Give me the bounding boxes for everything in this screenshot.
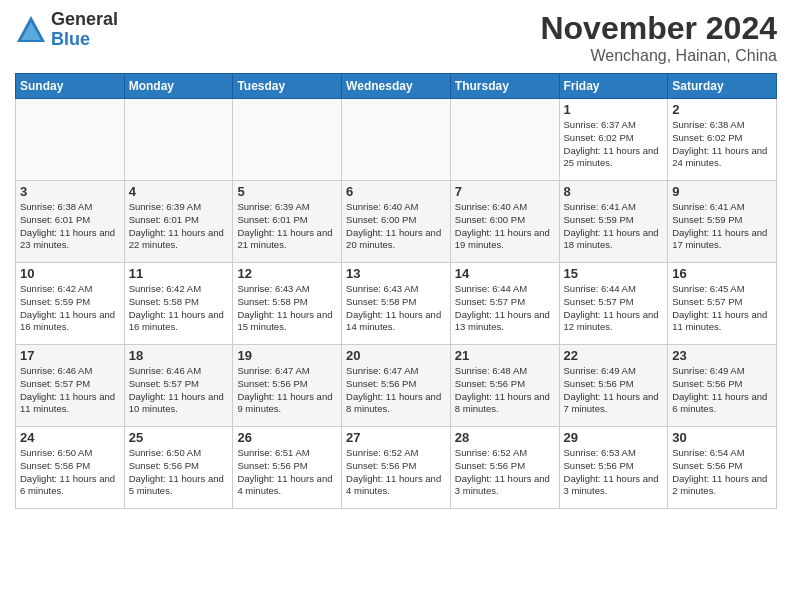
day-info: Sunrise: 6:40 AM Sunset: 6:00 PM Dayligh…	[455, 201, 555, 252]
calendar-cell: 16Sunrise: 6:45 AM Sunset: 5:57 PM Dayli…	[668, 263, 777, 345]
logo-icon	[15, 14, 47, 46]
day-info: Sunrise: 6:38 AM Sunset: 6:01 PM Dayligh…	[20, 201, 120, 252]
day-info: Sunrise: 6:46 AM Sunset: 5:57 PM Dayligh…	[129, 365, 229, 416]
day-info: Sunrise: 6:50 AM Sunset: 5:56 PM Dayligh…	[129, 447, 229, 498]
calendar-cell: 6Sunrise: 6:40 AM Sunset: 6:00 PM Daylig…	[342, 181, 451, 263]
calendar-cell	[233, 99, 342, 181]
day-info: Sunrise: 6:46 AM Sunset: 5:57 PM Dayligh…	[20, 365, 120, 416]
day-info: Sunrise: 6:41 AM Sunset: 5:59 PM Dayligh…	[564, 201, 664, 252]
week-row-1: 3Sunrise: 6:38 AM Sunset: 6:01 PM Daylig…	[16, 181, 777, 263]
header-day-sunday: Sunday	[16, 74, 125, 99]
day-number: 8	[564, 184, 664, 199]
calendar-header: SundayMondayTuesdayWednesdayThursdayFrid…	[16, 74, 777, 99]
day-number: 3	[20, 184, 120, 199]
day-info: Sunrise: 6:50 AM Sunset: 5:56 PM Dayligh…	[20, 447, 120, 498]
day-number: 11	[129, 266, 229, 281]
header-day-friday: Friday	[559, 74, 668, 99]
day-info: Sunrise: 6:52 AM Sunset: 5:56 PM Dayligh…	[455, 447, 555, 498]
day-number: 23	[672, 348, 772, 363]
page: General Blue November 2024 Wenchang, Hai…	[0, 0, 792, 519]
calendar-cell: 21Sunrise: 6:48 AM Sunset: 5:56 PM Dayli…	[450, 345, 559, 427]
day-info: Sunrise: 6:51 AM Sunset: 5:56 PM Dayligh…	[237, 447, 337, 498]
day-number: 25	[129, 430, 229, 445]
calendar-cell: 18Sunrise: 6:46 AM Sunset: 5:57 PM Dayli…	[124, 345, 233, 427]
header-day-tuesday: Tuesday	[233, 74, 342, 99]
calendar-cell: 23Sunrise: 6:49 AM Sunset: 5:56 PM Dayli…	[668, 345, 777, 427]
calendar-cell: 29Sunrise: 6:53 AM Sunset: 5:56 PM Dayli…	[559, 427, 668, 509]
day-number: 17	[20, 348, 120, 363]
calendar-cell: 22Sunrise: 6:49 AM Sunset: 5:56 PM Dayli…	[559, 345, 668, 427]
day-info: Sunrise: 6:47 AM Sunset: 5:56 PM Dayligh…	[237, 365, 337, 416]
calendar-cell	[342, 99, 451, 181]
day-number: 12	[237, 266, 337, 281]
month-title: November 2024	[540, 10, 777, 47]
calendar-cell: 27Sunrise: 6:52 AM Sunset: 5:56 PM Dayli…	[342, 427, 451, 509]
day-number: 26	[237, 430, 337, 445]
calendar-cell: 30Sunrise: 6:54 AM Sunset: 5:56 PM Dayli…	[668, 427, 777, 509]
day-info: Sunrise: 6:41 AM Sunset: 5:59 PM Dayligh…	[672, 201, 772, 252]
calendar-cell: 24Sunrise: 6:50 AM Sunset: 5:56 PM Dayli…	[16, 427, 125, 509]
day-number: 21	[455, 348, 555, 363]
calendar-cell	[16, 99, 125, 181]
day-number: 29	[564, 430, 664, 445]
header: General Blue November 2024 Wenchang, Hai…	[15, 10, 777, 65]
day-info: Sunrise: 6:45 AM Sunset: 5:57 PM Dayligh…	[672, 283, 772, 334]
calendar-cell: 11Sunrise: 6:42 AM Sunset: 5:58 PM Dayli…	[124, 263, 233, 345]
day-number: 19	[237, 348, 337, 363]
day-number: 24	[20, 430, 120, 445]
day-number: 13	[346, 266, 446, 281]
calendar-cell: 20Sunrise: 6:47 AM Sunset: 5:56 PM Dayli…	[342, 345, 451, 427]
calendar-cell: 28Sunrise: 6:52 AM Sunset: 5:56 PM Dayli…	[450, 427, 559, 509]
title-block: November 2024 Wenchang, Hainan, China	[540, 10, 777, 65]
day-info: Sunrise: 6:42 AM Sunset: 5:58 PM Dayligh…	[129, 283, 229, 334]
day-number: 6	[346, 184, 446, 199]
logo-general: General	[51, 10, 118, 30]
day-info: Sunrise: 6:49 AM Sunset: 5:56 PM Dayligh…	[564, 365, 664, 416]
header-row: SundayMondayTuesdayWednesdayThursdayFrid…	[16, 74, 777, 99]
day-number: 18	[129, 348, 229, 363]
day-info: Sunrise: 6:42 AM Sunset: 5:59 PM Dayligh…	[20, 283, 120, 334]
day-number: 7	[455, 184, 555, 199]
header-day-monday: Monday	[124, 74, 233, 99]
logo-text: General Blue	[51, 10, 118, 50]
day-info: Sunrise: 6:39 AM Sunset: 6:01 PM Dayligh…	[129, 201, 229, 252]
day-info: Sunrise: 6:44 AM Sunset: 5:57 PM Dayligh…	[564, 283, 664, 334]
day-number: 4	[129, 184, 229, 199]
calendar-cell: 15Sunrise: 6:44 AM Sunset: 5:57 PM Dayli…	[559, 263, 668, 345]
header-day-saturday: Saturday	[668, 74, 777, 99]
calendar-cell: 5Sunrise: 6:39 AM Sunset: 6:01 PM Daylig…	[233, 181, 342, 263]
day-info: Sunrise: 6:49 AM Sunset: 5:56 PM Dayligh…	[672, 365, 772, 416]
day-number: 22	[564, 348, 664, 363]
calendar-cell: 12Sunrise: 6:43 AM Sunset: 5:58 PM Dayli…	[233, 263, 342, 345]
calendar-cell: 13Sunrise: 6:43 AM Sunset: 5:58 PM Dayli…	[342, 263, 451, 345]
calendar-table: SundayMondayTuesdayWednesdayThursdayFrid…	[15, 73, 777, 509]
header-day-thursday: Thursday	[450, 74, 559, 99]
location: Wenchang, Hainan, China	[540, 47, 777, 65]
calendar-cell: 19Sunrise: 6:47 AM Sunset: 5:56 PM Dayli…	[233, 345, 342, 427]
day-info: Sunrise: 6:38 AM Sunset: 6:02 PM Dayligh…	[672, 119, 772, 170]
calendar-cell: 7Sunrise: 6:40 AM Sunset: 6:00 PM Daylig…	[450, 181, 559, 263]
week-row-2: 10Sunrise: 6:42 AM Sunset: 5:59 PM Dayli…	[16, 263, 777, 345]
calendar-cell: 1Sunrise: 6:37 AM Sunset: 6:02 PM Daylig…	[559, 99, 668, 181]
calendar-cell: 10Sunrise: 6:42 AM Sunset: 5:59 PM Dayli…	[16, 263, 125, 345]
logo-blue: Blue	[51, 30, 118, 50]
header-day-wednesday: Wednesday	[342, 74, 451, 99]
calendar-cell: 14Sunrise: 6:44 AM Sunset: 5:57 PM Dayli…	[450, 263, 559, 345]
calendar-cell: 9Sunrise: 6:41 AM Sunset: 5:59 PM Daylig…	[668, 181, 777, 263]
calendar-cell: 25Sunrise: 6:50 AM Sunset: 5:56 PM Dayli…	[124, 427, 233, 509]
day-number: 10	[20, 266, 120, 281]
day-info: Sunrise: 6:48 AM Sunset: 5:56 PM Dayligh…	[455, 365, 555, 416]
day-info: Sunrise: 6:44 AM Sunset: 5:57 PM Dayligh…	[455, 283, 555, 334]
day-number: 9	[672, 184, 772, 199]
day-info: Sunrise: 6:53 AM Sunset: 5:56 PM Dayligh…	[564, 447, 664, 498]
calendar-cell: 2Sunrise: 6:38 AM Sunset: 6:02 PM Daylig…	[668, 99, 777, 181]
day-info: Sunrise: 6:47 AM Sunset: 5:56 PM Dayligh…	[346, 365, 446, 416]
calendar-cell: 4Sunrise: 6:39 AM Sunset: 6:01 PM Daylig…	[124, 181, 233, 263]
day-info: Sunrise: 6:40 AM Sunset: 6:00 PM Dayligh…	[346, 201, 446, 252]
week-row-0: 1Sunrise: 6:37 AM Sunset: 6:02 PM Daylig…	[16, 99, 777, 181]
calendar-body: 1Sunrise: 6:37 AM Sunset: 6:02 PM Daylig…	[16, 99, 777, 509]
day-number: 28	[455, 430, 555, 445]
day-info: Sunrise: 6:37 AM Sunset: 6:02 PM Dayligh…	[564, 119, 664, 170]
logo: General Blue	[15, 10, 118, 50]
week-row-4: 24Sunrise: 6:50 AM Sunset: 5:56 PM Dayli…	[16, 427, 777, 509]
